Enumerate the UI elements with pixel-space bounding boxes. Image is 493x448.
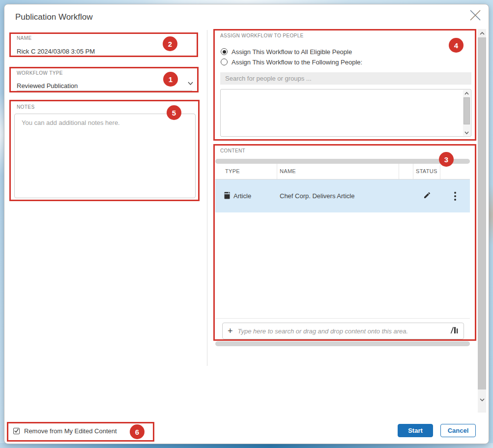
dialog-title: Publication Workflow: [15, 12, 92, 22]
content-table-footer-divider: [215, 318, 470, 319]
column-header-type[interactable]: TYPE: [215, 164, 277, 179]
people-search-input[interactable]: [220, 72, 471, 85]
scroll-up-icon[interactable]: [478, 29, 486, 37]
chevron-down-icon: [187, 80, 194, 88]
row-name-text: Chef Corp. Delivers Article: [280, 192, 354, 200]
workflow-type-dropdown-button[interactable]: [187, 80, 194, 89]
content-table-header: TYPE NAME STATUS: [215, 164, 470, 179]
radio-option-all-eligible[interactable]: Assign This Workflow to All Eligible Peo…: [221, 48, 352, 56]
scroll-up-icon[interactable]: [463, 90, 470, 96]
radio-option-label: Assign This Workflow to All Eligible Peo…: [232, 48, 352, 56]
column-header-name[interactable]: NAME: [277, 164, 399, 179]
edit-pencil-icon[interactable]: [423, 191, 431, 201]
workflow-type-label: WORKFLOW TYPE: [17, 70, 63, 76]
workflow-type-value[interactable]: Reviewed Publication: [17, 82, 78, 90]
annotation-badge-1: 1: [163, 72, 178, 87]
assign-section-label: ASSIGN WORKFLOW TO PEOPLE: [220, 33, 304, 38]
cancel-button[interactable]: Cancel: [440, 424, 476, 437]
scroll-down-icon[interactable]: [478, 395, 486, 404]
dialog-scrollbar-thumb[interactable]: [478, 37, 486, 389]
column-header-spacer: [399, 164, 413, 179]
listbox-scrollbar-thumb[interactable]: [464, 97, 470, 124]
radio-unselected-icon: [221, 59, 228, 65]
workflow-type-underline: [17, 90, 192, 91]
content-table-bottom-scrollbar[interactable]: [215, 341, 470, 346]
annotation-badge-6: 6: [130, 424, 145, 439]
content-section-label: CONTENT: [220, 148, 245, 153]
remove-from-edited-option[interactable]: Remove from My Edited Content: [13, 425, 117, 436]
add-content-search-input[interactable]: [238, 328, 445, 335]
notes-textarea[interactable]: [14, 114, 196, 198]
publication-workflow-dialog: Publication Workflow NAME Rick C 2024/03…: [4, 4, 489, 444]
radio-selected-icon: [221, 48, 228, 55]
name-field-value: Rick C 2024/03/08 3:05 PM: [17, 48, 95, 55]
radio-option-following-people[interactable]: Assign This Workflow to the Following Pe…: [221, 58, 362, 66]
name-field-label: NAME: [17, 35, 32, 41]
add-content-bar[interactable]: +: [222, 323, 464, 339]
name-field-underline: [17, 57, 192, 57]
checkmark-icon: [14, 426, 19, 435]
remove-from-edited-checkbox[interactable]: [13, 428, 20, 434]
close-icon: [468, 8, 482, 24]
dialog-scrollbar[interactable]: [478, 29, 486, 413]
column-divider: [207, 30, 207, 366]
listbox-scrollbar[interactable]: [463, 90, 470, 136]
annotation-badge-2: 2: [163, 36, 177, 51]
article-icon: [224, 192, 230, 201]
library-browse-icon[interactable]: [450, 327, 459, 336]
content-table-top-scrollbar[interactable]: [215, 159, 470, 164]
remove-from-edited-label: Remove from My Edited Content: [24, 427, 117, 435]
row-type-text: Article: [233, 192, 251, 200]
annotation-badge-4: 4: [449, 38, 464, 53]
kebab-menu-icon[interactable]: [452, 190, 458, 203]
plus-icon[interactable]: +: [228, 327, 233, 335]
start-button[interactable]: Start: [398, 424, 433, 437]
content-table: TYPE NAME STATUS Article Chef Corp. Deli…: [215, 159, 470, 346]
page-background: Publication Workflow NAME Rick C 2024/03…: [0, 0, 493, 448]
close-button[interactable]: [466, 7, 484, 25]
assigned-people-listbox[interactable]: [220, 89, 471, 137]
content-table-row[interactable]: Article Chef Corp. Delivers Article: [215, 179, 470, 212]
column-header-actions: [440, 164, 470, 179]
scroll-down-icon[interactable]: [463, 129, 470, 136]
notes-label: NOTES: [17, 104, 34, 110]
column-header-status[interactable]: STATUS: [413, 164, 440, 179]
radio-option-label: Assign This Workflow to the Following Pe…: [232, 59, 362, 66]
